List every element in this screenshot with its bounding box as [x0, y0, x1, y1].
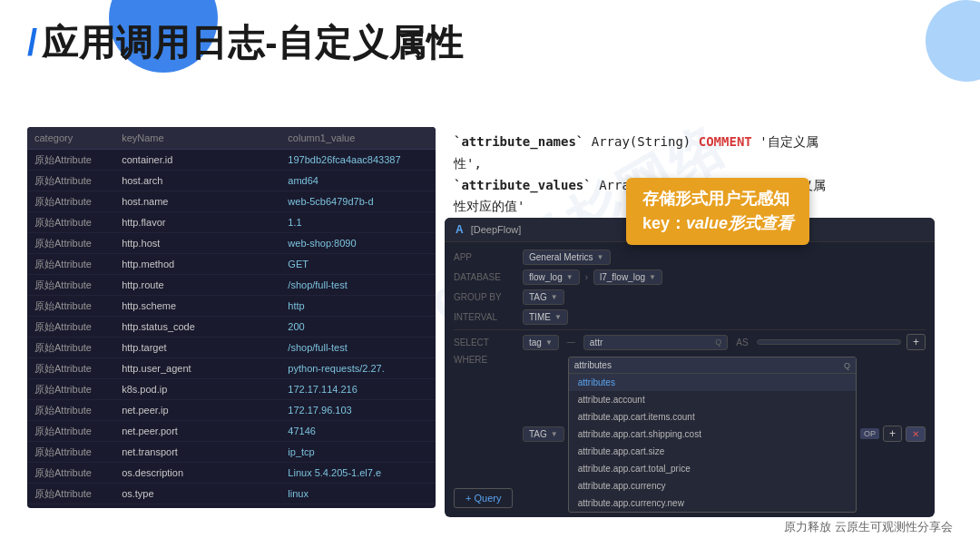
tooltip-box: 存储形式用户无感知 key：value形式查看 [626, 178, 809, 245]
table-row: 原始Attributenet.peer.port47146 [27, 421, 436, 442]
table-row: 原始Attributecontainer.id197bdb26fca4aac84… [27, 150, 436, 171]
footer: 原力释放 云原生可观测性分享会 [784, 519, 953, 535]
database-row: DATABASE flow_log ▼ › l7_flow_log ▼ [454, 269, 926, 285]
table-row: 原始Attributeos.descriptionLinux 5.4.205-1… [27, 463, 436, 484]
select-row: SELECT tag ▼ — attr Q AS + [454, 334, 926, 350]
dropdown-item[interactable]: attribute.app.cart.shipping.cost [569, 426, 856, 443]
app-select[interactable]: General Metrics ▼ [523, 250, 611, 265]
dropdown-item[interactable]: attribute.app.currency [569, 477, 856, 494]
query-button[interactable]: + Query [454, 488, 513, 508]
dropdown-item[interactable]: attribute.app.currency.new [569, 494, 856, 512]
dropdown-item[interactable]: attribute.app.cart.size [569, 443, 856, 460]
where-search-input[interactable] [574, 360, 840, 370]
where-col-chevron: ▼ [551, 430, 558, 438]
col-category: category [27, 127, 114, 150]
select-as-input[interactable] [757, 339, 901, 345]
left-panel: category keyName column1_value 原始Attribu… [27, 127, 436, 508]
where-row: WHERE TAG ▼ Q attributesattribute.accoun… [454, 355, 926, 515]
interval-row: INTERVAL TIME ▼ [454, 309, 926, 325]
table-row: 原始Attributehttp.target/shop/full-test [27, 338, 436, 358]
interval-chevron: ▼ [554, 313, 562, 321]
where-plus-btn[interactable]: + [883, 426, 902, 442]
tooltip-line2: key：value形式查看 [642, 211, 793, 236]
select-col1[interactable]: tag ▼ [523, 335, 559, 350]
groupby-chevron: ▼ [551, 293, 558, 301]
interval-select[interactable]: TIME ▼ [523, 309, 568, 325]
dropdown-item[interactable]: attribute.account [569, 391, 856, 408]
dropdown-item[interactable]: attributes [569, 374, 856, 391]
where-search-row: Q [569, 357, 856, 374]
table-row: 原始Attributek8s.pod.ip172.17.114.216 [27, 379, 436, 400]
title-slash: / [27, 23, 38, 63]
where-col-select[interactable]: TAG ▼ [523, 426, 564, 442]
col-value: column1_value [280, 127, 436, 150]
deepflow-panel: A [DeepFlow] APP General Metrics ▼ DATAB… [445, 218, 935, 517]
interval-label: INTERVAL [454, 312, 517, 322]
df-app-name: [DeepFlow] [471, 224, 522, 235]
app-chevron: ▼ [597, 253, 604, 261]
select-col1-chevron: ▼ [545, 338, 553, 347]
groupby-label: GROUP BY [454, 292, 517, 302]
tooltip-line1: 存储形式用户无感知 [642, 187, 793, 211]
where-label: WHERE [454, 355, 517, 365]
df-logo: A [456, 223, 464, 236]
table-row: 原始Attributehttp.route/shop/full-test [27, 275, 436, 296]
table-row: 原始Attributeprocess.command_line/usr/lib/… [27, 504, 436, 509]
dropdown-item[interactable]: attribute.app.cart.total_price [569, 460, 856, 477]
table-row: 原始Attributenet.transportip_tcp [27, 442, 436, 463]
table-row: 原始Attributenet.peer.ip172.17.96.103 [27, 400, 436, 421]
app-label: APP [454, 252, 517, 262]
dbtable-chevron: ▼ [649, 273, 656, 281]
table-row: 原始Attributehost.nameweb-5cb6479d7b-d [27, 191, 436, 212]
db-label: DATABASE [454, 272, 517, 282]
select-attr-input[interactable]: attr Q [583, 335, 728, 350]
table-row: 原始Attributehttp.flavor1.1 [27, 212, 436, 233]
db-chevron: ▼ [566, 273, 573, 281]
table-row: 原始Attributehttp.user_agentpython-request… [27, 358, 436, 379]
groupby-row: GROUP BY TAG ▼ [454, 289, 926, 305]
col-keyname: keyName [114, 127, 280, 150]
groupby-select[interactable]: TAG ▼ [523, 289, 564, 305]
db-select[interactable]: flow_log ▼ [523, 269, 580, 285]
where-delete-btn[interactable]: ✕ [906, 426, 926, 442]
where-dropdown[interactable]: Q attributesattribute.accountattribute.a… [568, 357, 857, 513]
table-container[interactable]: category keyName column1_value 原始Attribu… [27, 127, 436, 508]
divider1 [454, 329, 926, 330]
app-row: APP General Metrics ▼ [454, 250, 926, 265]
table-row: 原始Attributehttp.status_code200 [27, 317, 436, 338]
data-table: category keyName column1_value 原始Attribu… [27, 127, 436, 508]
table-row: 原始Attributehost.archamd64 [27, 171, 436, 191]
db-table-select[interactable]: l7_flow_log ▼ [593, 269, 662, 285]
select-label: SELECT [454, 338, 517, 347]
table-row: 原始Attributehttp.methodGET [27, 254, 436, 275]
where-op-badge: OP [860, 428, 879, 439]
sql-line: `attribute_names` Array(String) COMMENT … [454, 132, 835, 175]
select-plus-btn[interactable]: + [906, 334, 926, 350]
page-title: /应用调用日志-自定义属性 [27, 18, 464, 68]
table-row: 原始Attributehttp.schemehttp [27, 296, 436, 317]
table-row: 原始Attributeos.typelinux [27, 484, 436, 504]
df-body: APP General Metrics ▼ DATABASE flow_log … [445, 242, 935, 517]
dropdown-list: attributesattribute.accountattribute.app… [569, 374, 856, 512]
table-row: 原始Attributehttp.hostweb-shop:8090 [27, 233, 436, 254]
bg-circle-light [926, 0, 980, 82]
dropdown-item[interactable]: attribute.app.cart.items.count [569, 408, 856, 426]
